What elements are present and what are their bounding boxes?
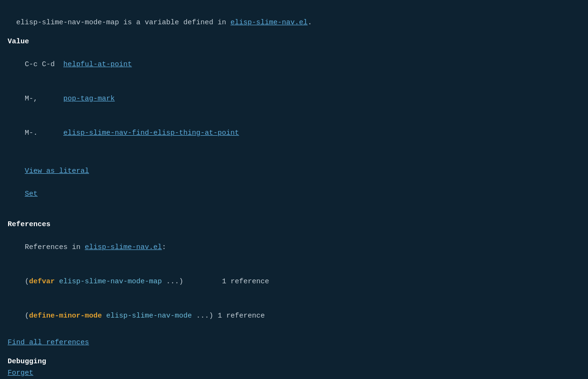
ref-row-1: (define-minor-mode elisp-slime-nav-mode …	[8, 299, 580, 333]
view-as-literal-link[interactable]: View as literal	[25, 167, 89, 175]
header-line: elisp-slime-nav-mode-map is a variable d…	[8, 6, 580, 29]
references-intro-link[interactable]: elisp-slime-nav.el	[85, 243, 162, 251]
ref-count-1: 1 reference	[218, 312, 265, 320]
references-heading: References	[8, 219, 580, 230]
debugging-heading: Debugging	[8, 356, 580, 368]
references-intro-post: :	[162, 243, 166, 251]
header-trailing: .	[308, 19, 312, 27]
binding-row-2: M-. elisp-slime-nav-find-elisp-thing-at-…	[8, 116, 580, 150]
binding-link-1[interactable]: pop-tag-mark	[63, 95, 115, 103]
binding-link-0[interactable]: helpful-at-point	[63, 60, 132, 69]
set-link[interactable]: Set	[25, 190, 38, 198]
ref-keyword-0: defvar	[29, 278, 55, 286]
forget-link[interactable]: Forget	[8, 368, 580, 379]
binding-key-0: C-c C-d	[25, 60, 63, 69]
ref-count-0: 1 reference	[222, 278, 269, 286]
binding-key-2: M-.	[25, 129, 63, 137]
binding-key-1: M-,	[25, 95, 63, 103]
value-heading: Value	[8, 36, 580, 48]
ref-rest-0: ...)	[162, 278, 183, 286]
debugging-section: Debugging Forget	[8, 356, 580, 379]
references-intro: References in elisp-slime-nav.el:	[8, 230, 580, 265]
value-actions: View as literal Set	[8, 154, 580, 211]
value-section: Value C-c C-d helpful-at-point M-, pop-t…	[8, 36, 580, 211]
binding-row-0: C-c C-d helpful-at-point	[8, 48, 580, 82]
find-all-references-link[interactable]: Find all references	[8, 337, 580, 349]
binding-link-2[interactable]: elisp-slime-nav-find-elisp-thing-at-poin…	[63, 129, 239, 137]
binding-row-1: M-, pop-tag-mark	[8, 82, 580, 116]
ref-symbol-0: elisp-slime-nav-mode-map	[59, 278, 162, 286]
header-intro: elisp-slime-nav-mode-map is a variable d…	[16, 19, 230, 27]
references-intro-pre: References in	[25, 243, 85, 251]
header-file-link[interactable]: elisp-slime-nav.el	[230, 19, 308, 27]
ref-open-1: (	[25, 312, 29, 320]
ref-row-0: (defvar elisp-slime-nav-mode-map ...) 1 …	[8, 265, 580, 299]
ref-open-0: (	[25, 278, 29, 286]
action-separator	[25, 179, 29, 187]
ref-rest-1: ...)	[192, 312, 213, 320]
references-section: References References in elisp-slime-nav…	[8, 219, 580, 349]
ref-keyword-1: define-minor-mode	[29, 312, 102, 320]
ref-symbol-1: elisp-slime-nav-mode	[106, 312, 192, 320]
